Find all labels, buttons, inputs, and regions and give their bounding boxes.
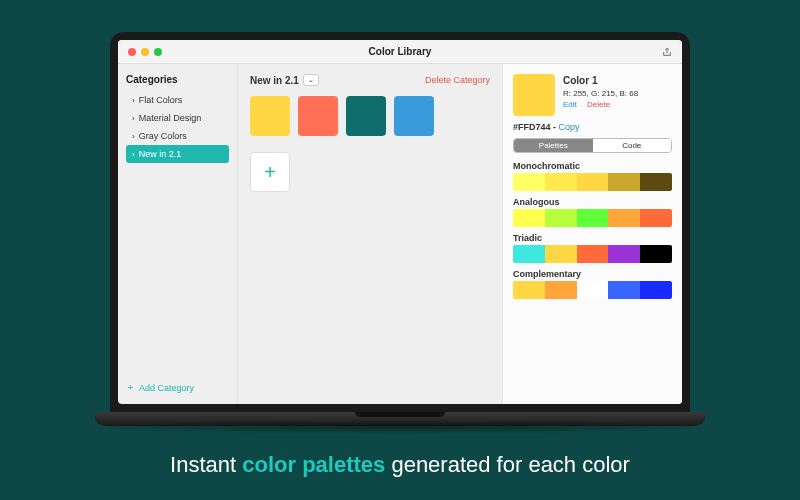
chevron-right-icon: ›: [132, 96, 135, 105]
window-controls: [128, 48, 162, 56]
tagline-highlight: color palettes: [242, 452, 385, 477]
add-color-button[interactable]: +: [250, 152, 290, 192]
palette-list: MonochromaticAnalogousTriadicComplementa…: [513, 161, 672, 299]
palette-triadic: Triadic: [513, 233, 672, 263]
selected-color-swatch[interactable]: [513, 74, 555, 116]
color-name: Color 1: [563, 74, 638, 88]
sidebar: Categories ›Flat Colors›Material Design›…: [118, 64, 238, 404]
add-category-button[interactable]: ＋ Add Category: [126, 381, 229, 394]
category-name: New in 2.1: [250, 75, 299, 86]
color-rgb: R: 255, G: 215, B: 68: [563, 88, 638, 99]
close-icon[interactable]: [128, 48, 136, 56]
palette-cell[interactable]: [640, 209, 672, 227]
laptop-shadow: [75, 420, 725, 434]
titlebar: Color Library: [118, 40, 682, 64]
add-category-label: Add Category: [139, 383, 194, 393]
sidebar-item-label: Gray Colors: [139, 131, 187, 141]
sidebar-item-2[interactable]: ›Gray Colors: [126, 127, 229, 145]
palette-row[interactable]: [513, 209, 672, 227]
chevron-down-icon: ⌄: [308, 76, 314, 83]
laptop-notch: [355, 412, 445, 417]
hex-row: #FFD744 - Copy: [513, 122, 672, 132]
color-swatch-2[interactable]: [346, 96, 386, 136]
sidebar-item-label: Flat Colors: [139, 95, 183, 105]
delete-color-button[interactable]: Delete: [587, 100, 610, 109]
hex-value: #FFD744: [513, 122, 551, 132]
chevron-right-icon: ›: [132, 132, 135, 141]
chevron-right-icon: ›: [132, 150, 135, 159]
tab-palettes[interactable]: Palettes: [514, 139, 593, 152]
copy-button[interactable]: Copy: [559, 122, 580, 132]
sidebar-item-3[interactable]: ›New in 2.1: [126, 145, 229, 163]
palette-row[interactable]: [513, 281, 672, 299]
edit-button[interactable]: Edit: [563, 100, 577, 109]
palette-cell[interactable]: [513, 281, 545, 299]
screen-bezel: Color Library Categories ›Flat Colors›Ma…: [110, 32, 690, 412]
main-area: New in 2.1 ⌄ Delete Category +: [238, 64, 502, 404]
sidebar-item-label: Material Design: [139, 113, 202, 123]
color-swatch-3[interactable]: [394, 96, 434, 136]
palette-cell[interactable]: [577, 173, 609, 191]
tagline: Instant color palettes generated for eac…: [0, 452, 800, 478]
palette-cell[interactable]: [640, 245, 672, 263]
palette-complementary: Complementary: [513, 269, 672, 299]
laptop-frame: Color Library Categories ›Flat Colors›Ma…: [110, 32, 690, 437]
palette-cell[interactable]: [545, 209, 577, 227]
palette-cell[interactable]: [577, 245, 609, 263]
palette-label: Monochromatic: [513, 161, 672, 171]
color-swatch-0[interactable]: [250, 96, 290, 136]
plus-icon: ＋: [126, 381, 135, 394]
delete-category-button[interactable]: Delete Category: [425, 75, 490, 85]
category-dropdown-button[interactable]: ⌄: [303, 74, 319, 86]
swatch-grid: +: [250, 96, 490, 192]
minimize-icon[interactable]: [141, 48, 149, 56]
palette-cell[interactable]: [513, 245, 545, 263]
palette-cell[interactable]: [513, 173, 545, 191]
palette-cell[interactable]: [640, 281, 672, 299]
palette-row[interactable]: [513, 173, 672, 191]
palette-analogous: Analogous: [513, 197, 672, 227]
palette-label: Triadic: [513, 233, 672, 243]
palette-cell[interactable]: [608, 281, 640, 299]
color-info: Color 1 R: 255, G: 215, B: 68 Edit Delet…: [563, 74, 638, 116]
palette-cell[interactable]: [608, 173, 640, 191]
laptop-base: [95, 412, 705, 426]
app-body: Categories ›Flat Colors›Material Design›…: [118, 64, 682, 404]
app-window: Color Library Categories ›Flat Colors›Ma…: [118, 40, 682, 404]
tagline-pre: Instant: [170, 452, 242, 477]
share-icon[interactable]: [662, 47, 672, 57]
color-header: Color 1 R: 255, G: 215, B: 68 Edit Delet…: [513, 74, 672, 116]
sidebar-item-1[interactable]: ›Material Design: [126, 109, 229, 127]
palette-label: Complementary: [513, 269, 672, 279]
color-swatch-1[interactable]: [298, 96, 338, 136]
palette-cell[interactable]: [608, 209, 640, 227]
detail-panel: Color 1 R: 255, G: 215, B: 68 Edit Delet…: [502, 64, 682, 404]
palette-monochromatic: Monochromatic: [513, 161, 672, 191]
tagline-post: generated for each color: [385, 452, 630, 477]
window-title: Color Library: [118, 46, 682, 57]
sidebar-item-label: New in 2.1: [139, 149, 182, 159]
palette-label: Analogous: [513, 197, 672, 207]
fullscreen-icon[interactable]: [154, 48, 162, 56]
palette-cell[interactable]: [545, 173, 577, 191]
main-header: New in 2.1 ⌄ Delete Category: [250, 74, 490, 86]
chevron-right-icon: ›: [132, 114, 135, 123]
palette-row[interactable]: [513, 245, 672, 263]
tab-code[interactable]: Code: [593, 139, 672, 152]
palette-cell[interactable]: [545, 281, 577, 299]
palette-cell[interactable]: [577, 209, 609, 227]
palette-cell[interactable]: [513, 209, 545, 227]
palette-cell[interactable]: [545, 245, 577, 263]
sidebar-item-0[interactable]: ›Flat Colors: [126, 91, 229, 109]
sidebar-heading: Categories: [126, 74, 229, 85]
color-actions: Edit Delete: [563, 99, 638, 110]
panel-tabs: Palettes Code: [513, 138, 672, 153]
palette-cell[interactable]: [640, 173, 672, 191]
palette-cell[interactable]: [577, 281, 609, 299]
palette-cell[interactable]: [608, 245, 640, 263]
